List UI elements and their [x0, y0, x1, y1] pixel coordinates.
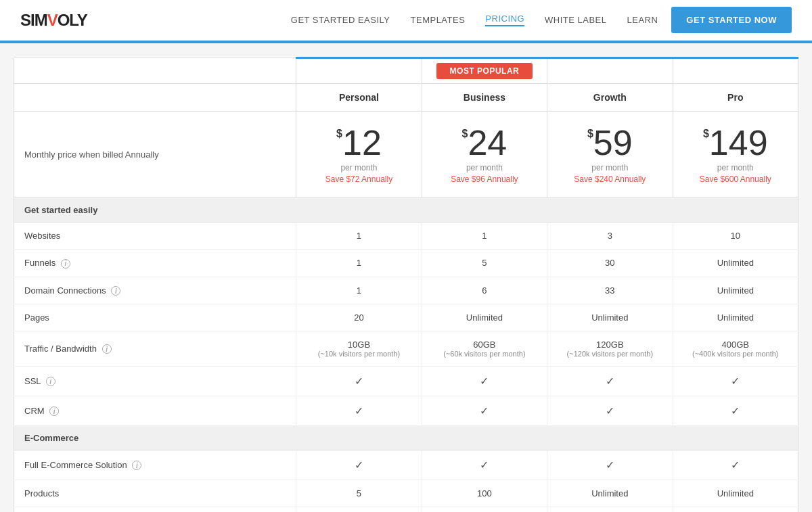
pro-ssl-check: ✓ [731, 375, 740, 387]
personal-ecommerce: ✓ [296, 450, 422, 480]
business-ecommerce-check: ✓ [480, 459, 489, 471]
business-ssl-check: ✓ [480, 375, 489, 387]
business-memberships: ✓ [422, 507, 547, 512]
personal-funnels: 1 [296, 250, 422, 277]
section-title-get-started: Get started easily [14, 198, 798, 223]
personal-pages: 20 [296, 304, 422, 331]
label-products: Products [14, 480, 296, 507]
business-crm-check: ✓ [480, 405, 489, 417]
table-row-crm: CRM i ✓ ✓ ✓ ✓ [14, 396, 798, 426]
pro-memberships: ✓ [673, 507, 798, 512]
growth-ssl-check: ✓ [606, 375, 614, 387]
business-domain: 6 [422, 277, 547, 304]
personal-traffic-sub: (~10k visitors per month) [307, 350, 411, 358]
business-header: Business [422, 84, 547, 112]
table-row-memberships: Memberships i ✓ ✓ ✓ ✓ [14, 507, 798, 512]
business-traffic-sub: (~60k visitors per month) [432, 350, 537, 358]
personal-ssl-check: ✓ [355, 375, 363, 387]
table-row-products: Products 5 100 Unlimited Unlimited [14, 480, 798, 507]
pro-price-dollar: $ [703, 129, 709, 139]
business-price-dollar: $ [462, 129, 468, 139]
label-pages: Pages [14, 304, 296, 331]
growth-price-number: 59 [593, 125, 633, 160]
nav-features[interactable]: Get started easily [291, 15, 390, 25]
pro-per-month: per month [683, 163, 788, 172]
growth-price-dollar: $ [587, 129, 593, 139]
growth-header: Growth [547, 84, 673, 112]
personal-domain: 1 [296, 277, 422, 304]
domain-info-icon[interactable]: i [111, 286, 120, 296]
funnels-info-icon[interactable]: i [61, 259, 70, 269]
pricing-table: Most Popular Personal Business Growth Pr… [14, 57, 798, 512]
pro-ecommerce: ✓ [673, 450, 798, 480]
nav-templates[interactable]: TEMPLATES [411, 15, 466, 25]
main-content: Most Popular Personal Business Growth Pr… [14, 43, 798, 512]
cta-button[interactable]: GET STARTED NOW [671, 7, 792, 33]
header: SIMVOLY Get started easily TEMPLATES PRI… [0, 0, 812, 41]
traffic-info-icon[interactable]: i [102, 344, 112, 354]
table-row-domain-connections: Domain Connections i 1 6 33 Unlimited [14, 277, 798, 304]
growth-price-amount: $ 59 [558, 125, 662, 160]
growth-per-month: per month [558, 163, 662, 172]
pro-ecommerce-check: ✓ [731, 459, 740, 471]
growth-pages: Unlimited [547, 304, 673, 331]
feature-header [14, 84, 296, 112]
pro-price-number: 149 [709, 125, 768, 160]
personal-ssl: ✓ [296, 367, 422, 396]
business-price-amount: $ 24 [432, 125, 537, 160]
growth-products: Unlimited [547, 480, 673, 507]
pro-price-amount: $ 149 [683, 125, 788, 160]
table-row-ssl: SSL i ✓ ✓ ✓ ✓ [14, 367, 798, 396]
ssl-info-icon[interactable]: i [46, 377, 55, 386]
pro-save: Save $600 Annually [683, 174, 788, 184]
pro-traffic: 400GB(~400k visitors per month) [673, 331, 798, 367]
table-row-funnels: Funnels i 1 5 30 Unlimited [14, 250, 798, 277]
table-row-websites: Websites 1 1 3 10 [14, 223, 798, 250]
personal-traffic: 10GB(~10k visitors per month) [296, 331, 422, 367]
pro-websites: 10 [673, 223, 798, 250]
label-crm: CRM i [14, 396, 296, 426]
growth-ecommerce-check: ✓ [606, 459, 614, 471]
label-websites: Websites [14, 223, 296, 250]
label-memberships: Memberships i [14, 507, 296, 512]
business-save: Save $96 Annually [432, 174, 537, 184]
business-price-cell: $ 24 per month Save $96 Annually [422, 112, 547, 198]
growth-traffic: 120GB(~120k visitors per month) [547, 331, 673, 367]
nav-whitelabel[interactable]: WHITE LABEL [545, 15, 606, 25]
logo: SIMVOLY [20, 11, 87, 30]
most-popular-row: Most Popular [14, 58, 798, 84]
growth-domain: 33 [547, 277, 673, 304]
growth-traffic-sub: (~120k visitors per month) [558, 350, 662, 358]
ecommerce-info-icon[interactable]: i [132, 461, 141, 470]
label-ecommerce-solution: Full E-Commerce Solution i [14, 450, 296, 480]
business-crm: ✓ [422, 396, 547, 426]
business-traffic: 60GB(~60k visitors per month) [422, 331, 547, 367]
growth-save: Save $240 Annually [558, 174, 662, 184]
price-row-label: Monthly price when billed Annually [14, 112, 296, 198]
pro-crm: ✓ [673, 396, 798, 426]
personal-save: Save $72 Annually [307, 174, 411, 184]
crm-info-icon[interactable]: i [49, 406, 59, 416]
pro-products: Unlimited [673, 480, 798, 507]
personal-top-border [296, 58, 422, 84]
growth-funnels: 30 [547, 250, 673, 277]
table-row-ecommerce-solution: Full E-Commerce Solution i ✓ ✓ ✓ ✓ [14, 450, 798, 480]
pro-funnels: Unlimited [673, 250, 798, 277]
personal-memberships: ✓ [296, 507, 422, 512]
personal-price-number: 12 [342, 125, 382, 160]
pro-crm-check: ✓ [731, 405, 740, 417]
growth-top-border [547, 58, 673, 84]
label-traffic: Traffic / Bandwidth i [14, 331, 296, 367]
most-popular-cell: Most Popular [422, 58, 547, 84]
business-per-month: per month [432, 163, 537, 172]
growth-price-cell: $ 59 per month Save $240 Annually [547, 112, 673, 198]
nav-pricing[interactable]: PRICING [485, 14, 524, 26]
personal-price-dollar: $ [336, 129, 342, 139]
growth-crm-check: ✓ [606, 405, 614, 417]
personal-crm: ✓ [296, 396, 422, 426]
pro-domain: Unlimited [673, 277, 798, 304]
personal-websites: 1 [296, 223, 422, 250]
section-title-ecommerce: E-Commerce [14, 426, 798, 450]
nav-learn[interactable]: LEARN [627, 15, 658, 25]
label-funnels: Funnels i [14, 250, 296, 277]
